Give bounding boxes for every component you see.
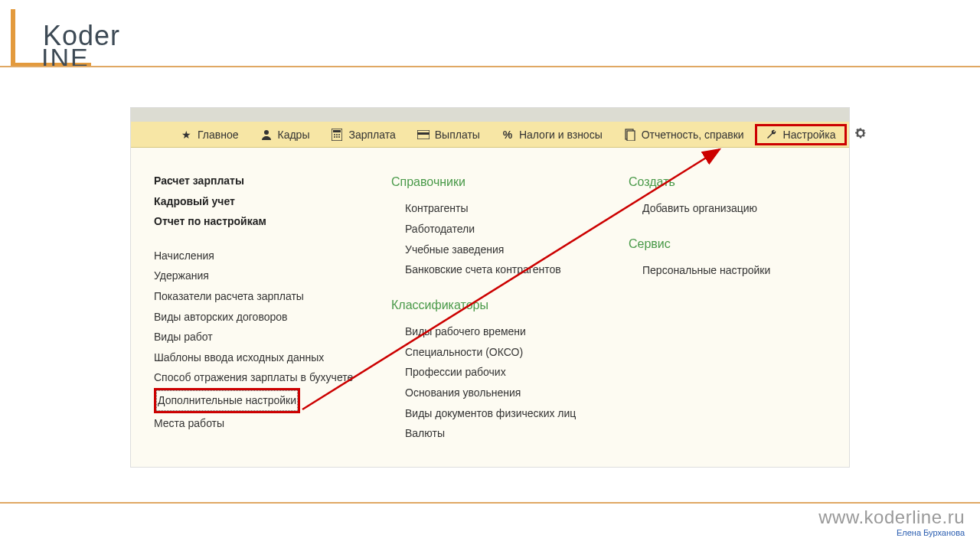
calc-icon xyxy=(331,129,343,141)
link-add-organization[interactable]: Добавить организацию xyxy=(642,198,797,219)
nav-label: Кадры xyxy=(278,129,310,141)
svg-rect-12 xyxy=(627,131,635,141)
doc-icon xyxy=(624,129,636,141)
link-bank-accounts[interactable]: Банковские счета контрагентов xyxy=(405,259,598,280)
footer-author: Елена Бурханова xyxy=(818,528,965,537)
link-additional-settings[interactable]: Дополнительные настройки xyxy=(154,388,300,413)
section-service: Сервис xyxy=(629,233,797,256)
footer-url: www.koderline.ru xyxy=(818,507,965,528)
menu-button[interactable] xyxy=(136,124,169,145)
nav-label: Зарплата xyxy=(348,129,395,141)
settings-column-3: Создать Добавить организацию Сервис Перс… xyxy=(629,171,797,444)
settings-column-1: Расчет зарплаты Кадровый учет Отчет по н… xyxy=(154,171,361,444)
toolbar-gear-button[interactable] xyxy=(847,122,874,146)
svg-rect-10 xyxy=(417,132,430,135)
nav-label: Отчетность, справки xyxy=(642,129,744,141)
link-payroll-calc[interactable]: Расчет зарплаты xyxy=(154,171,361,191)
spacer xyxy=(154,232,361,246)
svg-point-6 xyxy=(334,136,335,138)
settings-column-2: Справочники Контрагенты Работодатели Уче… xyxy=(391,171,598,444)
card-icon xyxy=(417,129,430,141)
content-area: Расчет зарплаты Кадровый учет Отчет по н… xyxy=(131,148,849,467)
nav-main[interactable]: ★ Главное xyxy=(169,124,250,145)
nav-salary[interactable]: Зарплата xyxy=(320,124,406,145)
section-create: Создать xyxy=(629,171,797,194)
svg-point-4 xyxy=(336,134,338,135)
link-dismissal-grounds[interactable]: Основания увольнения xyxy=(405,383,598,403)
nav-label: Главное xyxy=(198,129,239,141)
link-settings-report[interactable]: Отчет по настройкам xyxy=(154,211,361,232)
gear-icon xyxy=(854,127,867,139)
link-hr-accounting[interactable]: Кадровый учет xyxy=(154,191,361,212)
svg-point-7 xyxy=(336,136,338,138)
header-divider xyxy=(0,66,980,67)
person-icon xyxy=(260,129,273,141)
link-employers[interactable]: Работодатели xyxy=(405,219,598,240)
nav-label: Настройка xyxy=(783,129,836,141)
nav-label: Налоги и взносы xyxy=(519,129,603,141)
link-accruals[interactable]: Начисления xyxy=(154,246,361,266)
link-workplaces[interactable]: Места работы xyxy=(154,413,361,434)
link-specialties[interactable]: Специальности (ОКСО) xyxy=(405,342,598,363)
svg-point-8 xyxy=(338,136,340,138)
link-input-templates[interactable]: Шаблоны ввода исходных данных xyxy=(154,347,361,368)
wrench-icon xyxy=(766,129,778,141)
link-salary-reflection[interactable]: Способ отражения зарплаты в бухучете xyxy=(154,367,361,388)
svg-point-0 xyxy=(264,130,269,135)
nav-taxes[interactable]: % Налоги и взносы xyxy=(491,124,613,145)
main-toolbar: ★ Главное Кадры Зарплата Выплаты % Налог… xyxy=(131,122,849,148)
hamburger-icon xyxy=(146,129,158,141)
percent-icon: % xyxy=(501,129,514,141)
nav-label: Выплаты xyxy=(435,129,480,141)
link-currencies[interactable]: Валюты xyxy=(405,423,598,444)
logo-accent-vertical xyxy=(11,9,15,66)
link-contractors[interactable]: Контрагенты xyxy=(405,198,598,219)
footer-divider xyxy=(0,502,980,504)
link-worktime-types[interactable]: Виды рабочего времени xyxy=(405,321,598,342)
link-work-types[interactable]: Виды работ xyxy=(154,327,361,347)
link-worker-professions[interactable]: Профессии рабочих xyxy=(405,362,598,383)
svg-point-5 xyxy=(338,134,340,135)
nav-payments[interactable]: Выплаты xyxy=(407,124,491,145)
nav-reports[interactable]: Отчетность, справки xyxy=(613,124,755,145)
link-personal-settings[interactable]: Персональные настройки xyxy=(642,260,797,281)
footer: www.koderline.ru Елена Бурханова xyxy=(818,507,965,537)
link-author-contract-types[interactable]: Виды авторских договоров xyxy=(154,307,361,328)
svg-rect-2 xyxy=(333,130,341,132)
nav-hr[interactable]: Кадры xyxy=(250,124,321,145)
svg-point-3 xyxy=(334,134,335,135)
nav-settings[interactable]: Настройка xyxy=(755,124,847,145)
link-schools[interactable]: Учебные заведения xyxy=(405,240,598,260)
star-icon: ★ xyxy=(180,129,192,141)
link-deductions[interactable]: Удержания xyxy=(154,266,361,286)
link-document-types[interactable]: Виды документов физических лиц xyxy=(405,403,598,424)
logo-text-2: INE xyxy=(41,43,90,73)
section-classifiers: Классификаторы xyxy=(391,294,598,317)
section-catalogs: Справочники xyxy=(391,171,598,194)
link-payroll-indicators[interactable]: Показатели расчета зарплаты xyxy=(154,286,361,307)
logo: Koder INE xyxy=(11,9,149,63)
window-title-bar xyxy=(131,108,849,122)
app-window: ★ Главное Кадры Зарплата Выплаты % Налог… xyxy=(130,107,850,468)
